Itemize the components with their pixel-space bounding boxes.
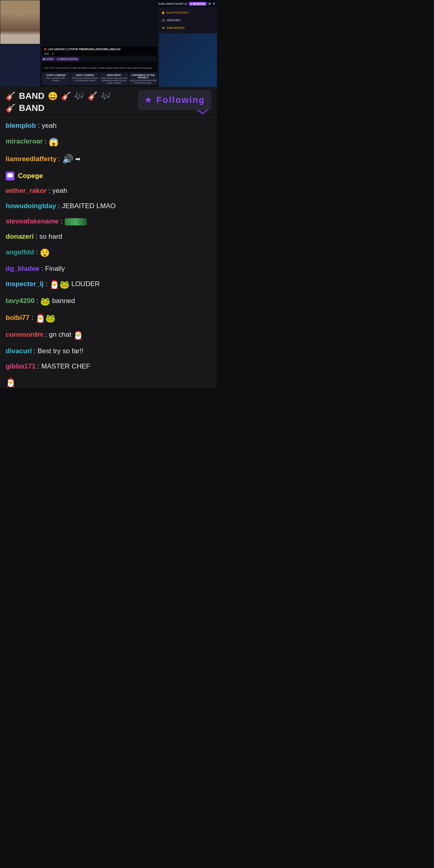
history-item[interactable]: ◷ HISTORY	[159, 16, 217, 24]
chat-separator: :	[36, 248, 40, 256]
stream-title: LOS SANTOS V | PVPVE FREEROAM | DISCORD.…	[48, 48, 121, 51]
streamer-username: EARLSWEATSHIRT10	[159, 2, 187, 5]
close-icon[interactable]: ✕	[213, 2, 215, 6]
make-mods-label: MAKE MODS	[101, 74, 127, 76]
make-mods-btn[interactable]: MAKE MODS Learn how to create your own c…	[100, 73, 128, 85]
arrow-emote: ➡	[75, 155, 80, 164]
screaming-emote: 😱	[49, 136, 59, 147]
chat-username: connnordm	[6, 331, 43, 339]
santa-pepe-emote: 🎅🐸	[49, 279, 70, 290]
chat-separator: :	[61, 217, 64, 225]
chat-message: liamreedlafferty : 🔊 ➡	[6, 153, 211, 166]
chat-separator: :	[49, 187, 52, 194]
chat-message: wither_rakor : yeah	[6, 186, 211, 196]
chat-separator: :	[38, 122, 41, 129]
history-icon: ◷	[162, 18, 165, 22]
game-ui: LOS SANTOS V | PVPVE FREEROAM | DISCORD.…	[40, 0, 159, 87]
chat-message: miracleroar : 😱	[6, 136, 211, 147]
start-server-label: START A SERVER	[43, 74, 69, 76]
band-note-emote-2: 🎶	[101, 91, 111, 101]
subscriber-badge: 2 MONTHS	[189, 2, 207, 6]
chat-text: so hard	[39, 233, 62, 240]
chat-username: divacurl	[6, 347, 32, 355]
settings-icon[interactable]: ⚙	[208, 2, 211, 6]
chat-message: tavy4200 : 🐸 banned	[6, 296, 211, 307]
chat-separator: :	[58, 202, 61, 210]
chat-separator: :	[37, 362, 41, 370]
santa-pepe-emote-2: 🎅🐸	[35, 313, 55, 324]
band-face-emote-1: 😄	[48, 91, 58, 101]
stream-thumbnail: EARLSWEATSHIRT10 2 MONTHS ⚙ ✕ SUPPORTERS…	[0, 0, 217, 87]
chat-username: inspecter_lj	[6, 280, 44, 288]
chat-text: gn chat	[49, 331, 74, 339]
contribute-label: CONTRIBUTE TO THE PROJECT	[130, 74, 156, 79]
chat-username: bolbi77	[6, 314, 30, 322]
chat-separator: :	[45, 331, 49, 339]
chat-message: Copege	[6, 171, 211, 181]
following-star-icon: ★	[144, 95, 152, 105]
santa-emote: 🎅	[73, 330, 83, 341]
host-server-btn[interactable]: HOST A SERVER Find out how to host a ser…	[71, 73, 99, 85]
chat-separator: :	[58, 155, 62, 163]
chat-username: donazeri	[6, 233, 34, 240]
chat-separator: :	[45, 137, 48, 145]
chat-separator: :	[34, 347, 37, 355]
game-description: Play GTA V story mode in FiveM, with add…	[44, 67, 153, 69]
chat-message: divacurl : Best try so far!!	[6, 346, 211, 356]
chat-username: stevoafakename	[6, 217, 59, 225]
chat-text: Best try so far!!	[37, 347, 83, 355]
extra-count: 0	[52, 53, 53, 55]
wow-emote: 😯	[40, 247, 50, 258]
chat-message: donazeri : so hard	[6, 232, 211, 242]
chat-message: inspecter_lj : 🎅🐸 LOUDER	[6, 279, 211, 290]
chat-message: bolbi77 : 🎅🐸	[6, 313, 211, 324]
webcam-panel	[0, 0, 40, 44]
chat-text: yeah	[52, 187, 67, 194]
chat-text: MASTER CHEF	[41, 362, 90, 370]
volume-emote: 🔊	[62, 153, 73, 166]
supporters-dot	[162, 12, 164, 14]
chat-username-special: Copege	[18, 172, 43, 180]
chat-text: LOUDER	[71, 280, 100, 288]
stream-title-bar: LOS SANTOS V | PVPVE FREEROAM | DISCORD.…	[42, 47, 157, 52]
host-server-label: HOST A SERVER	[72, 74, 98, 76]
band-guitar-emote-3: 🎸	[88, 91, 98, 101]
player-count: 2/64	[44, 53, 49, 55]
chat-username: liamreedlafferty	[6, 155, 57, 163]
chat-message: blemplob : yeah	[6, 121, 211, 131]
start-server-subtitle: Rent a server at ZAP-Hosting.	[43, 77, 69, 82]
stream-section: EARLSWEATSHIRT10 2 MONTHS ⚙ ✕ SUPPORTERS…	[0, 0, 217, 87]
favorites-item[interactable]: ★ FAVORITES	[159, 24, 217, 32]
history-label: HISTORY	[167, 18, 181, 22]
chat-username: tavy4200	[6, 297, 35, 305]
chat-message: howudoingtday : JEBAITED LMAO	[6, 201, 211, 211]
story-button[interactable]: ▶ STORY	[42, 57, 55, 61]
chat-message: gibbo171 : MASTER CHEF	[6, 362, 211, 371]
band-guitar-emote-2: 🎸	[61, 91, 71, 101]
chat-message: angelfdd : 😯	[6, 247, 211, 258]
chat-username: gibbo171	[6, 362, 36, 370]
start-server-btn[interactable]: START A SERVER Rent a server at ZAP-Host…	[42, 73, 70, 85]
chat-separator: :	[41, 265, 45, 272]
replay-editor-button[interactable]: ↺ REPLAY EDITOR	[56, 57, 79, 61]
chat-text: yeah	[42, 122, 57, 129]
action-buttons-grid: START A SERVER Rent a server at ZAP-Host…	[42, 73, 157, 85]
following-label: Following	[156, 95, 205, 105]
supporters-item[interactable]: SUPPORTERS	[159, 9, 217, 16]
band-label-1: BAND	[19, 91, 45, 101]
chat-username: howudoingtday	[6, 202, 56, 210]
contribute-btn[interactable]: CONTRIBUTE TO THE PROJECT Learn how to c…	[129, 73, 157, 85]
contribute-subtitle: Learn how to contribute to the FiveM sou…	[130, 79, 156, 84]
live-indicator	[44, 48, 46, 50]
supporters-label: SUPPORTERS	[166, 11, 188, 14]
chat-username: miracleroar	[6, 137, 43, 145]
pepe-emote: 🐸	[40, 296, 50, 307]
following-tooltip[interactable]: ★ Following	[138, 90, 211, 110]
chat-separator: :	[36, 233, 39, 240]
chat-username: wither_rakor	[6, 187, 47, 194]
nav-buttons: ▶ STORY ↺ REPLAY EDITOR	[42, 57, 157, 61]
chat-text: JEBAITED LMAO	[62, 202, 116, 210]
chat-text: Finally	[45, 265, 65, 272]
chat-area: blemplob : yeah miracleroar : 😱 liamreed…	[0, 118, 217, 388]
band-notification-area: 🎸 BAND 😄 🎸 🎶 🎸 🎶 ★ Following 🎸 BAND	[0, 87, 217, 118]
